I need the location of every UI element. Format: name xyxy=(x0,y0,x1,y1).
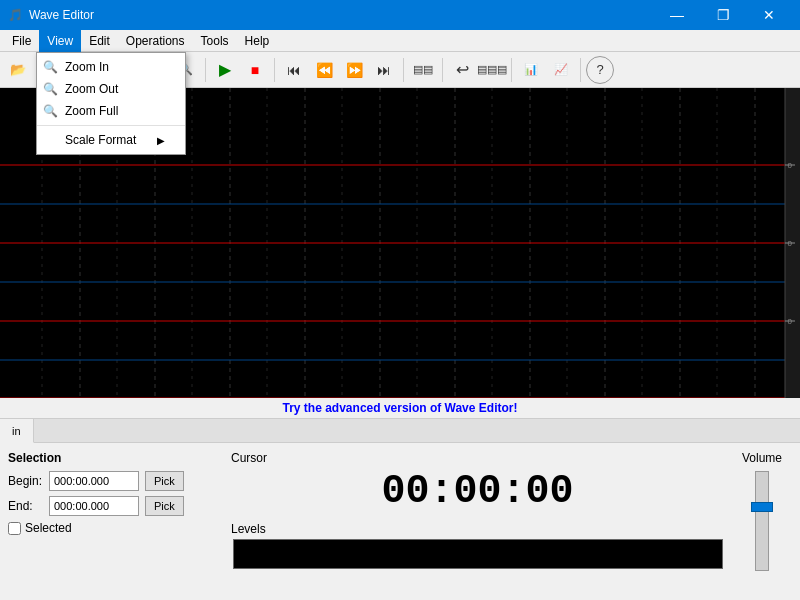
begin-row: Begin: Pick xyxy=(8,471,223,491)
rewind-button[interactable]: ⏪ xyxy=(310,56,338,84)
selection-title: Selection xyxy=(8,451,223,465)
svg-text:0: 0 xyxy=(788,161,793,170)
help-button[interactable]: ? xyxy=(586,56,614,84)
selection-panel: Selection Begin: Pick End: Pick Selected xyxy=(8,451,223,600)
cursor-time-display: 00:00:00 xyxy=(381,469,573,514)
title-bar-controls: — ❐ ✕ xyxy=(654,0,792,30)
levels-bar xyxy=(233,539,723,569)
volume-panel: Volume xyxy=(732,451,792,600)
undo-button[interactable]: ↩ xyxy=(448,56,476,84)
end-label: End: xyxy=(8,499,43,513)
menu-tools[interactable]: Tools xyxy=(193,30,237,52)
loop-button[interactable]: ▤▤ xyxy=(409,56,437,84)
menu-operations[interactable]: Operations xyxy=(118,30,193,52)
zoom-in-menuitem[interactable]: 🔍 Zoom In xyxy=(37,56,185,78)
title-bar-left: 🎵 Wave Editor xyxy=(8,8,94,22)
toolbar-separator-6 xyxy=(442,58,443,82)
toolbar-separator-8 xyxy=(580,58,581,82)
selected-checkbox[interactable] xyxy=(8,522,21,535)
menu-help[interactable]: Help xyxy=(237,30,278,52)
levels-title: Levels xyxy=(231,522,266,536)
zoom-full-label: Zoom Full xyxy=(65,104,118,118)
open-button[interactable]: 📂 xyxy=(4,56,32,84)
begin-input[interactable] xyxy=(49,471,139,491)
svg-text:0: 0 xyxy=(788,317,793,326)
scale-format-label: Scale Format xyxy=(65,133,136,147)
app-title: Wave Editor xyxy=(29,8,94,22)
maximize-button[interactable]: ❐ xyxy=(700,0,746,30)
begin-label: Begin: xyxy=(8,474,43,488)
bottom-panel: in Selection Begin: Pick End: Pick Selec… xyxy=(0,419,800,600)
volume-title: Volume xyxy=(742,451,782,465)
promo-bar[interactable]: Try the advanced version of Wave Editor! xyxy=(0,398,800,419)
end-row: End: Pick xyxy=(8,496,223,516)
dropdown-separator xyxy=(37,125,185,126)
cursor-title: Cursor xyxy=(231,451,267,465)
svg-text:0: 0 xyxy=(788,239,793,248)
zoom-in-label: Zoom In xyxy=(65,60,109,74)
skip-fwd-button[interactable]: ⏭ xyxy=(370,56,398,84)
menu-edit[interactable]: Edit xyxy=(81,30,118,52)
volume-slider-thumb[interactable] xyxy=(751,502,773,512)
menu-bar: File View Edit Operations Tools Help xyxy=(0,30,800,52)
zoom-out-icon: 🔍 xyxy=(43,82,58,96)
volume-slider-track[interactable] xyxy=(755,471,769,571)
redo-button[interactable]: ▤▤▤ xyxy=(478,56,506,84)
view-dropdown-menu: 🔍 Zoom In 🔍 Zoom Out 🔍 Zoom Full Scale F… xyxy=(36,52,186,155)
end-input[interactable] xyxy=(49,496,139,516)
spectrum-button[interactable]: 📈 xyxy=(547,56,575,84)
toolbar-separator-4 xyxy=(274,58,275,82)
app-icon: 🎵 xyxy=(8,8,23,22)
zoom-full-icon: 🔍 xyxy=(43,104,58,118)
selected-checkbox-row: Selected xyxy=(8,521,223,535)
selected-label: Selected xyxy=(25,521,72,535)
stop-button[interactable]: ■ xyxy=(241,56,269,84)
begin-pick-button[interactable]: Pick xyxy=(145,471,184,491)
zoom-in-icon: 🔍 xyxy=(43,60,58,74)
toolbar-separator-5 xyxy=(403,58,404,82)
menu-view[interactable]: View xyxy=(39,30,81,52)
title-bar: 🎵 Wave Editor — ❐ ✕ xyxy=(0,0,800,30)
bottom-content: Selection Begin: Pick End: Pick Selected… xyxy=(0,443,800,600)
close-button[interactable]: ✕ xyxy=(746,0,792,30)
submenu-arrow-icon: ▶ xyxy=(157,135,165,146)
scale-format-menuitem[interactable]: Scale Format ▶ xyxy=(37,129,185,151)
tab-in[interactable]: in xyxy=(0,419,34,443)
zoom-out-menuitem[interactable]: 🔍 Zoom Out xyxy=(37,78,185,100)
skip-back-button[interactable]: ⏮ xyxy=(280,56,308,84)
cursor-panel: Cursor 00:00:00 Levels xyxy=(231,451,724,600)
zoom-full-menuitem[interactable]: 🔍 Zoom Full xyxy=(37,100,185,122)
bottom-tabs: in xyxy=(0,419,800,443)
end-pick-button[interactable]: Pick xyxy=(145,496,184,516)
zoom-out-label: Zoom Out xyxy=(65,82,118,96)
play-button[interactable]: ▶ xyxy=(211,56,239,84)
forward-button[interactable]: ⏩ xyxy=(340,56,368,84)
levels-button[interactable]: 📊 xyxy=(517,56,545,84)
toolbar-separator-7 xyxy=(511,58,512,82)
toolbar-separator-3 xyxy=(205,58,206,82)
minimize-button[interactable]: — xyxy=(654,0,700,30)
menu-file[interactable]: File xyxy=(4,30,39,52)
